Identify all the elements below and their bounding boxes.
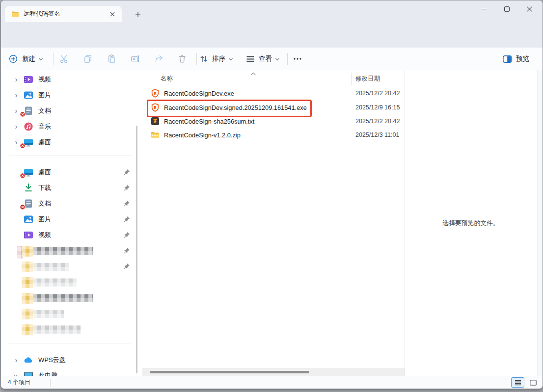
pinned-item-videos[interactable]: › 视频 [1, 227, 134, 243]
rename-icon[interactable] [128, 48, 142, 70]
paste-icon[interactable] [104, 48, 119, 70]
chevron-down-icon [275, 57, 280, 61]
pin-icon [124, 216, 130, 222]
more-options-icon[interactable] [291, 48, 304, 70]
pinned-item-desktop[interactable]: › 桌面 [1, 164, 134, 180]
sidebar-item-music[interactable]: › 音乐 [1, 119, 134, 134]
tab-remote-code-sign[interactable]: 远程代码签名 [5, 6, 122, 22]
sidebar-item-label: 图片 [38, 91, 51, 100]
close-button[interactable] [518, 0, 541, 17]
pin-icon [124, 184, 130, 191]
address-bar-row: › 此电脑 › 软件 (D:) › 远程代码签名 › [1, 22, 543, 48]
file-date: 2025/12/2 20:42 [355, 118, 400, 125]
tab-close-icon[interactable] [108, 10, 117, 19]
file-row[interactable]: RacentCodeSign-sha256sum.txt 2025/12/2 2… [142, 114, 405, 128]
file-row[interactable]: RacentCodeSignDev.signed.20251209.161541… [142, 101, 405, 114]
sidebar-divider [9, 156, 132, 156]
toolbar-divider [53, 53, 54, 65]
view-button-label: 查看 [259, 54, 272, 63]
chevron-right-icon[interactable]: › [13, 76, 20, 83]
tab-bar: 远程代码签名 [1, 0, 543, 22]
sidebar-item-label: 桌面 [38, 138, 51, 147]
toolbar-divider [287, 53, 288, 65]
minimize-button[interactable] [473, 0, 495, 17]
preview-hint: 选择要预览的文件。 [405, 219, 537, 228]
chevron-right-icon[interactable]: › [13, 107, 20, 114]
new-tab-button[interactable] [133, 9, 143, 20]
sidebar-item-label: 文档 [38, 199, 51, 208]
pinned-item-downloads[interactable]: › 下载 [1, 180, 134, 196]
chevron-down-icon [38, 57, 43, 61]
file-date: 2025/12/2 20:42 [355, 90, 400, 97]
zip-folder-icon [151, 131, 160, 139]
sync-error-badge [20, 143, 26, 149]
documents-icon [24, 106, 33, 116]
right-scroll-gutter [537, 70, 543, 376]
sort-arrows-icon [199, 54, 208, 63]
chevron-down-icon[interactable]: › [13, 372, 20, 376]
scrollbar-thumb[interactable] [150, 371, 309, 373]
pin-icon [124, 200, 130, 207]
preview-toggle-label: 预览 [516, 54, 529, 63]
sidebar-item-videos[interactable]: › 视频 [1, 72, 134, 87]
pinned-item-pictures[interactable]: › 图片 [1, 211, 134, 227]
view-button[interactable]: 查看 [246, 48, 280, 70]
chevron-right-icon[interactable]: › [13, 357, 20, 364]
downloads-icon [24, 183, 33, 193]
new-button-label: 新建 [22, 54, 35, 63]
file-name: RacentCodeSign-sha256sum.txt [164, 118, 254, 125]
column-divider[interactable] [351, 73, 352, 85]
file-row[interactable]: RacentCodeSign-v1.2.0.zip 2025/12/3 11:0… [142, 128, 405, 142]
copy-icon[interactable] [81, 48, 95, 70]
column-header-date[interactable]: 修改日期 [355, 75, 380, 83]
command-bar: 新建 排序 [1, 48, 543, 71]
toolbar-divider [196, 53, 197, 65]
sync-error-badge [20, 173, 26, 179]
sidebar-item-documents[interactable]: › 文档 [1, 103, 134, 119]
chevron-right-icon[interactable]: › [13, 123, 20, 130]
cut-icon[interactable] [57, 48, 72, 70]
sync-error-badge [20, 204, 26, 210]
sidebar-item-pictures[interactable]: › 图片 [1, 87, 134, 103]
share-icon[interactable] [151, 48, 166, 70]
sidebar-item-label: 此电脑 [38, 371, 57, 376]
circle-plus-icon [9, 54, 18, 63]
navigation-pane: › 视频 › 图片 › 文档 › [1, 70, 139, 376]
file-date: 2025/12/9 16:15 [355, 104, 400, 111]
sidebar-item-this-pc[interactable]: › 此电脑 [1, 368, 134, 376]
desktop-icon [24, 167, 33, 177]
new-button[interactable]: 新建 [9, 48, 43, 70]
chevron-right-icon[interactable]: › [13, 92, 20, 99]
status-bar: 4 个项目 [1, 376, 543, 389]
explorer-window: 远程代码签名 [0, 0, 543, 389]
sort-button[interactable]: 排序 [199, 48, 233, 70]
column-header-name[interactable]: 名称 [161, 75, 173, 83]
sidebar-item-desktop[interactable]: › 桌面 [1, 134, 134, 150]
documents-icon [24, 199, 33, 209]
view-lines-icon [246, 54, 255, 63]
sync-error-badge [20, 111, 26, 117]
sidebar-scrollbar[interactable] [136, 126, 137, 373]
icons-view-button[interactable] [526, 377, 540, 388]
sidebar-item-label: 音乐 [38, 122, 51, 131]
file-row[interactable]: RacentCodeSignDev.exe 2025/12/2 20:42 [142, 86, 405, 100]
preview-pane-icon [503, 55, 512, 63]
sidebar-item-label: 视频 [38, 75, 51, 84]
column-headers: 名称 修改日期 [142, 73, 405, 85]
item-count: 4 个项目 [8, 376, 30, 389]
sidebar-item-label: 图片 [38, 215, 51, 224]
chevron-right-icon[interactable]: › [13, 139, 20, 146]
pinned-item-documents[interactable]: › 文档 [1, 196, 134, 211]
this-pc-icon [24, 371, 33, 376]
videos-icon [24, 230, 33, 240]
horizontal-scrollbar[interactable] [142, 368, 405, 376]
details-view-button[interactable] [511, 377, 524, 388]
delete-icon[interactable] [175, 48, 190, 70]
status-divider [50, 379, 51, 387]
preview-toggle-button[interactable]: 预览 [503, 48, 529, 70]
sidebar-item-wps-cloud[interactable]: › WPS云盘 [1, 352, 134, 368]
pin-icon [124, 232, 130, 238]
maximize-button[interactable] [495, 0, 518, 17]
chevron-down-icon [228, 57, 233, 61]
folder-icon [11, 11, 19, 18]
